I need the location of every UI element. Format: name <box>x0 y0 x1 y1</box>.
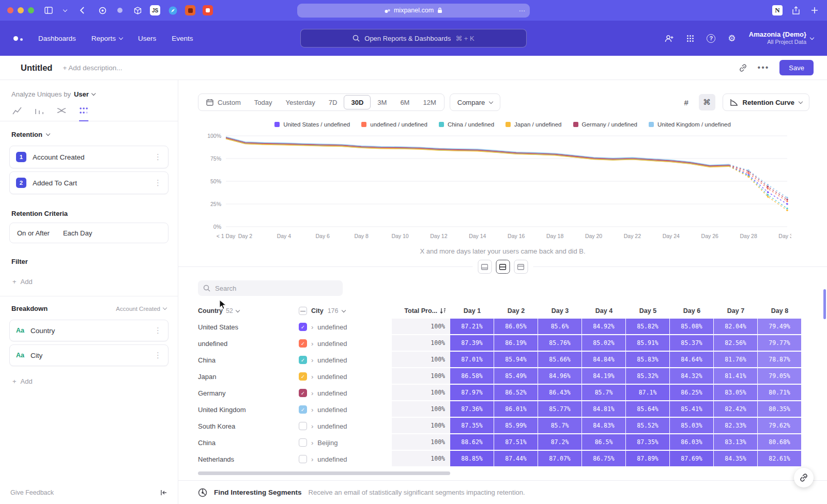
cell-day-8[interactable]: 79.05% <box>758 368 802 385</box>
vertical-scrollbar-thumb[interactable] <box>823 289 826 319</box>
cell-day-7[interactable]: 82.42% <box>714 401 758 418</box>
cell-day-4[interactable]: 84.92% <box>582 319 626 335</box>
row-checkbox[interactable]: ✓ <box>299 405 307 414</box>
cell-day-8[interactable]: 82.61% <box>758 451 802 467</box>
row-checkbox[interactable]: ✓ <box>299 339 307 348</box>
cell-day-3[interactable]: 85.7% <box>538 418 582 434</box>
cell-day-3[interactable]: 84.96% <box>538 368 582 385</box>
cell-day-6[interactable]: 86.03% <box>670 434 714 451</box>
expand-row-icon[interactable]: › <box>311 422 313 430</box>
date-range-3m[interactable]: 3M <box>371 95 393 109</box>
minimize-window-button[interactable] <box>18 7 24 13</box>
retention-criteria-card[interactable]: On or After Each Day <box>9 223 169 243</box>
cell-day-4[interactable]: 84.81% <box>582 401 626 418</box>
tab-favicon-cube-icon[interactable] <box>132 5 143 15</box>
row-checkbox[interactable]: ✓ <box>299 372 307 381</box>
help-icon[interactable]: ? <box>706 33 717 44</box>
breakdown-card-country[interactable]: Aa Country ⋮ <box>9 320 169 341</box>
cell-day-1[interactable]: 87.97% <box>450 385 494 401</box>
date-range-today[interactable]: Today <box>248 95 279 109</box>
criteria-condition[interactable]: On or After <box>17 229 50 237</box>
row-checkbox[interactable]: ✓ <box>299 356 307 364</box>
expand-row-icon[interactable]: › <box>311 406 313 414</box>
analyze-entity-selector[interactable]: User <box>74 90 89 98</box>
column-header-day-8[interactable]: Day 8 <box>758 307 802 314</box>
cell-day-5[interactable]: 85.32% <box>626 368 670 385</box>
cell-day-8[interactable]: 80.68% <box>758 434 802 451</box>
cell-day-5[interactable]: 85.52% <box>626 418 670 434</box>
apps-grid-icon[interactable] <box>685 33 696 44</box>
legend-item[interactable]: United Kingdom / undefined <box>649 121 731 128</box>
row-checkbox[interactable] <box>299 438 307 447</box>
cell-day-5[interactable]: 87.35% <box>626 434 670 451</box>
horizontal-scrollbar-thumb[interactable] <box>198 471 450 475</box>
column-header-day-4[interactable]: Day 4 <box>582 307 626 314</box>
cell-day-2[interactable]: 87.51% <box>494 434 538 451</box>
cell-day-6[interactable]: 85.37% <box>670 335 714 352</box>
cell-day-4[interactable]: 85.7% <box>582 385 626 401</box>
cell-day-6[interactable]: 85.08% <box>670 319 714 335</box>
step-card-added-to-cart[interactable]: 2 Added To Cart ⋮ <box>9 171 169 194</box>
project-switcher[interactable]: Amazonia {Demo} All Project Data <box>749 30 814 46</box>
date-range-7d[interactable]: 7D <box>322 95 344 109</box>
view-toggle-table-icon[interactable] <box>514 260 528 274</box>
nav-events[interactable]: Events <box>172 35 193 42</box>
kebab-menu-icon[interactable]: ⋮ <box>154 178 162 187</box>
copy-link-icon[interactable] <box>739 64 747 72</box>
segments-title[interactable]: Find Interesting Segments <box>214 489 302 496</box>
tab-funnels-icon[interactable] <box>35 106 44 121</box>
share-link-floating-button[interactable] <box>794 468 814 487</box>
chevron-down-icon[interactable] <box>60 5 70 15</box>
tab-favicon-safari-icon[interactable] <box>167 5 178 15</box>
breakdown-add-button[interactable]: + Add <box>0 369 178 393</box>
cell-day-6[interactable]: 86.25% <box>670 385 714 401</box>
chart-type-selector[interactable]: Retention Curve <box>723 93 809 111</box>
tab-favicon-red-app-icon[interactable] <box>203 5 213 15</box>
kebab-menu-icon[interactable]: ⋮ <box>154 326 162 335</box>
tab-favicon-orange-app-icon[interactable] <box>185 5 195 15</box>
new-tab-icon[interactable] <box>809 5 820 15</box>
mixpanel-logo-icon[interactable] <box>13 36 23 41</box>
legend-item[interactable]: Germany / undefined <box>573 121 637 128</box>
cell-day-7[interactable]: 81.76% <box>714 352 758 368</box>
tab-flows-icon[interactable] <box>57 106 66 121</box>
cell-day-8[interactable]: 79.49% <box>758 319 802 335</box>
share-icon[interactable] <box>791 5 801 15</box>
cell-day-7[interactable]: 84.35% <box>714 451 758 467</box>
step-card-account-created[interactable]: 1 Account Created ⋮ <box>9 146 169 168</box>
expand-row-icon[interactable]: › <box>311 340 313 348</box>
cell-day-5[interactable]: 85.82% <box>626 319 670 335</box>
column-header-city[interactable]: — City 176 <box>299 307 392 315</box>
criteria-interval[interactable]: Each Day <box>63 229 92 237</box>
annotations-icon[interactable]: # <box>678 94 695 111</box>
kebab-menu-icon[interactable]: ⋮ <box>154 351 162 360</box>
cell-day-5[interactable]: 85.83% <box>626 352 670 368</box>
breakdown-context-selector[interactable]: Account Created <box>116 306 166 312</box>
cell-day-7[interactable]: 83.05% <box>714 385 758 401</box>
row-checkbox[interactable]: ✓ <box>299 323 307 331</box>
nav-dashboards[interactable]: Dashboards <box>38 35 76 42</box>
cell-day-6[interactable]: 87.69% <box>670 451 714 467</box>
date-range-30d[interactable]: 30D <box>344 95 371 109</box>
cell-day-2[interactable]: 86.01% <box>494 401 538 418</box>
cell-day-8[interactable]: 79.62% <box>758 418 802 434</box>
address-bar[interactable]: mixpanel.com ⋯ <box>297 4 530 18</box>
back-icon[interactable] <box>76 5 87 15</box>
cell-day-2[interactable]: 86.05% <box>494 319 538 335</box>
cell-day-2[interactable]: 85.94% <box>494 352 538 368</box>
close-window-button[interactable] <box>7 7 13 13</box>
cell-day-4[interactable]: 84.84% <box>582 352 626 368</box>
legend-item[interactable]: United States / undefined <box>274 121 350 128</box>
cell-day-5[interactable]: 85.64% <box>626 401 670 418</box>
column-header-day-1[interactable]: Day 1 <box>450 307 494 314</box>
column-header-day-5[interactable]: Day 5 <box>626 307 670 314</box>
cell-day-1[interactable]: 88.85% <box>450 451 494 467</box>
legend-item[interactable]: Japan / undefined <box>506 121 561 128</box>
breakdown-card-city[interactable]: Aa City ⋮ <box>9 344 169 366</box>
view-toggle-chart-icon[interactable] <box>478 260 492 274</box>
table-search-input[interactable]: Search <box>198 280 343 296</box>
cell-day-7[interactable]: 82.04% <box>714 319 758 335</box>
column-header-day-3[interactable]: Day 3 <box>538 307 582 314</box>
notion-extension-icon[interactable]: N <box>772 5 783 15</box>
filter-add-button[interactable]: + Add <box>0 270 178 294</box>
